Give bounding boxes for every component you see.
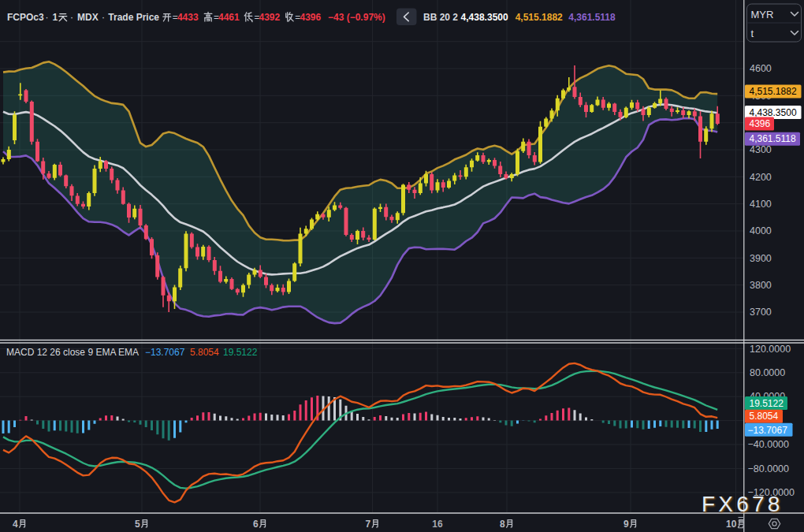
svg-text:−40.0000: −40.0000 [748,439,790,450]
svg-text:−13.7067: −13.7067 [748,425,788,436]
svg-text:4,361.5118: 4,361.5118 [568,12,616,23]
svg-text:19.5122: 19.5122 [750,398,784,409]
svg-text:−13.7067: −13.7067 [145,347,185,358]
svg-text:3700: 3700 [750,307,772,318]
svg-text:4600: 4600 [750,63,772,74]
svg-text:5.8054: 5.8054 [190,347,219,358]
svg-text:4,515.1882: 4,515.1882 [750,86,797,97]
svg-text:19.5122: 19.5122 [223,347,258,358]
svg-text:6: 6 [253,519,259,530]
svg-text:4396: 4396 [750,118,771,129]
svg-text:5.8054: 5.8054 [750,411,779,422]
svg-text:4,515.1882: 4,515.1882 [516,12,563,23]
svg-text:5: 5 [135,519,140,530]
svg-text:MACD 12 26 close 9 EMA EMA: MACD 12 26 close 9 EMA EMA [6,347,139,358]
svg-text:4: 4 [13,519,18,530]
svg-text:3800: 3800 [750,280,772,291]
svg-text:8: 8 [500,519,505,530]
svg-text:MDX: MDX [77,12,99,23]
svg-text:t: t [751,28,754,39]
svg-text:4,438.3500: 4,438.3500 [750,107,797,118]
svg-text:10: 10 [726,519,737,530]
svg-text:·: · [102,12,105,23]
svg-text:80.0000: 80.0000 [750,367,785,378]
svg-text:16: 16 [432,519,443,530]
svg-text:4,438.3500: 4,438.3500 [461,12,508,23]
svg-text:4100: 4100 [750,199,772,210]
svg-text:4300: 4300 [750,144,772,155]
svg-text:MYR: MYR [751,9,774,20]
svg-text:4200: 4200 [750,172,772,183]
svg-text:·: · [46,12,49,23]
svg-text:−80.0000: −80.0000 [748,463,790,474]
svg-text:4433: 4433 [177,12,199,23]
svg-text:FCPOc3: FCPOc3 [7,12,44,23]
svg-text:1: 1 [53,12,58,23]
svg-text:7: 7 [366,519,371,530]
svg-text:FX678: FX678 [702,492,784,516]
svg-text:−43 (−0.97%): −43 (−0.97%) [328,12,385,23]
svg-text:4000: 4000 [750,225,772,236]
svg-text:4392: 4392 [259,12,281,23]
svg-text:3900: 3900 [750,253,772,264]
svg-text:·: · [70,12,73,23]
svg-text:120.0000: 120.0000 [750,344,791,355]
svg-text:4,361.5118: 4,361.5118 [750,133,796,144]
svg-text:BB 20 2: BB 20 2 [423,12,458,23]
svg-text:Trade Price: Trade Price [108,12,159,23]
svg-text:4461: 4461 [218,12,240,23]
svg-text:4396: 4396 [300,12,322,23]
svg-text:9: 9 [623,519,629,530]
